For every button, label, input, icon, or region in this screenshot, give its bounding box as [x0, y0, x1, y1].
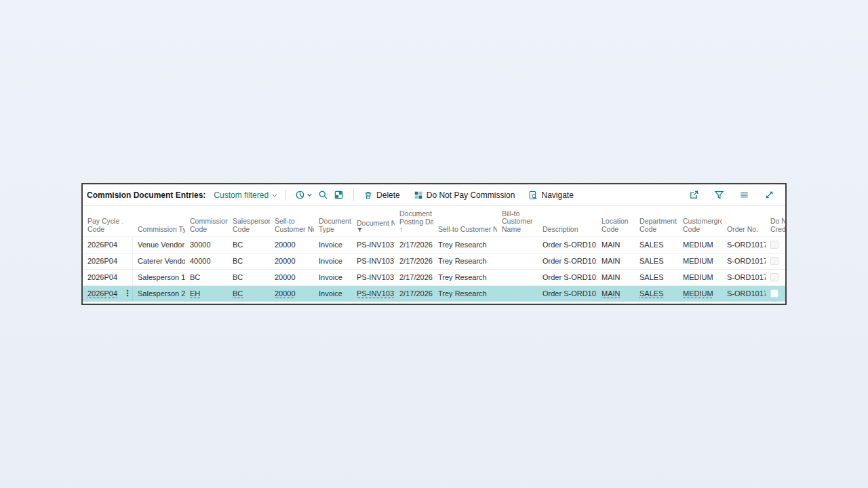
cell-sell-to-customer-name[interactable]: Trey Research: [433, 270, 497, 285]
cell-bill-to-customer-name[interactable]: [497, 286, 538, 302]
cell-sell-to-customer-no[interactable]: 20000: [270, 286, 314, 302]
cell-posting-date[interactable]: 2/17/2026: [395, 237, 433, 253]
cell-customergroup-code[interactable]: MEDIUM: [678, 286, 722, 302]
cell-commission-type[interactable]: Salesperson 2: [133, 286, 185, 302]
cell-posting-date[interactable]: 2/17/2026: [395, 286, 433, 302]
navigate-button[interactable]: Navigate: [526, 189, 576, 201]
cell-commission-code[interactable]: 30000: [185, 237, 228, 253]
cell-order-no[interactable]: S-ORD101734: [722, 270, 766, 285]
column-header-description[interactable]: Description: [538, 206, 597, 237]
column-header-do-not-credit[interactable]: Do Not Credit: [766, 206, 785, 237]
custom-filter-dropdown[interactable]: Custom filtered: [214, 190, 278, 200]
do-not-credit-checkbox[interactable]: [770, 257, 778, 265]
cell-description[interactable]: Order S-ORD101734: [538, 286, 597, 302]
column-header-bill-to-customer-name[interactable]: Bill-to Customer Name: [497, 206, 538, 237]
do-not-credit-checkbox[interactable]: [770, 273, 778, 281]
column-header-sell-to-customer-name[interactable]: Sell-to Customer Name: [433, 206, 497, 237]
cell-commission-code[interactable]: 40000: [185, 253, 228, 269]
cell-sell-to-customer-no[interactable]: 20000: [270, 237, 314, 253]
analyze-menu-button[interactable]: [292, 188, 315, 201]
column-header-commission-type[interactable]: Commission Type: [133, 206, 185, 237]
cell-salesperson-code[interactable]: BC: [228, 237, 270, 253]
do-not-credit-checkbox[interactable]: [770, 289, 778, 298]
cell-document-no[interactable]: PS-INV103740: [352, 270, 395, 285]
expand-button[interactable]: [762, 188, 777, 201]
cell-pay-cycle[interactable]: 2026P04: [83, 253, 123, 269]
cell-location-code[interactable]: MAIN: [597, 237, 635, 253]
cell-customergroup-code[interactable]: MEDIUM: [678, 237, 722, 253]
cell-bill-to-customer-name[interactable]: [497, 237, 538, 253]
column-header-sell-to-customer-no[interactable]: Sell-to Customer No.: [270, 206, 314, 237]
do-not-pay-commission-button[interactable]: Do Not Pay Commission: [411, 189, 518, 201]
column-header-posting-date[interactable]: Document Posting Date ↑: [395, 206, 433, 237]
panel-title: Commision Document Entries:: [87, 190, 205, 200]
cell-document-type[interactable]: Invoice: [314, 237, 352, 253]
tiles-button[interactable]: [331, 188, 347, 201]
column-header-document-type[interactable]: Document Type: [314, 206, 352, 237]
cell-document-type[interactable]: Invoice: [314, 270, 352, 285]
navigate-icon: [528, 190, 538, 200]
cell-customergroup-code[interactable]: MEDIUM: [678, 253, 722, 269]
cell-bill-to-customer-name[interactable]: [497, 253, 538, 269]
cell-customergroup-code[interactable]: MEDIUM: [678, 270, 722, 285]
cell-location-code[interactable]: MAIN: [597, 253, 635, 269]
cell-document-type[interactable]: Invoice: [314, 286, 352, 302]
cell-do-not-credit: [766, 270, 785, 285]
cell-pay-cycle[interactable]: 2026P04: [83, 270, 123, 285]
cell-order-no[interactable]: S-ORD101734: [722, 237, 766, 253]
cell-document-no[interactable]: PS-INV103740: [352, 237, 395, 253]
cell-description[interactable]: Order S-ORD101734: [538, 270, 597, 285]
cell-commission-type[interactable]: Salesperson 1: [133, 270, 185, 285]
column-header-order-no[interactable]: Order No.: [722, 206, 766, 237]
cell-salesperson-code[interactable]: BC: [228, 270, 270, 285]
column-header-location-code[interactable]: Location Code: [597, 206, 635, 237]
cell-location-code[interactable]: MAIN: [597, 286, 635, 302]
cell-document-no[interactable]: PS-INV103740: [352, 253, 395, 269]
column-header-document-no[interactable]: Document No.: [352, 206, 395, 237]
cell-department-code[interactable]: SALES: [635, 270, 678, 285]
cell-posting-date[interactable]: 2/17/2026: [395, 253, 433, 269]
sort-ascending-icon: ↑: [399, 226, 403, 233]
cell-sell-to-customer-name[interactable]: Trey Research: [433, 286, 497, 302]
column-header-customergroup-code[interactable]: Customergroup Code: [678, 206, 722, 237]
delete-label: Delete: [376, 190, 400, 200]
cell-sell-to-customer-no[interactable]: 20000: [270, 270, 314, 285]
cell-location-code[interactable]: MAIN: [597, 270, 635, 285]
cell-salesperson-code[interactable]: BC: [228, 253, 270, 269]
cell-description[interactable]: Order S-ORD101734: [538, 237, 597, 253]
cell-description[interactable]: Order S-ORD101734: [538, 253, 597, 269]
column-header-department-code[interactable]: Department Code: [635, 206, 678, 237]
cell-pay-cycle[interactable]: 2026P04: [83, 286, 123, 302]
cell-commission-type[interactable]: Caterer Vendor: [133, 253, 185, 269]
column-header-commission-code[interactable]: Commission Code: [185, 206, 228, 237]
toolbar-divider: [353, 190, 354, 201]
row-menu-icon[interactable]: ⋮: [123, 289, 132, 298]
expand-icon: [764, 190, 774, 200]
share-button[interactable]: [686, 188, 702, 201]
cell-pay-cycle[interactable]: 2026P04: [83, 237, 123, 253]
cell-sell-to-customer-no[interactable]: 20000: [270, 253, 314, 269]
cell-department-code[interactable]: SALES: [635, 286, 678, 302]
cell-sell-to-customer-name[interactable]: Trey Research: [433, 253, 497, 269]
cell-posting-date[interactable]: 2/17/2026: [395, 270, 433, 285]
cell-department-code[interactable]: SALES: [635, 253, 678, 269]
cell-order-no[interactable]: S-ORD101734: [722, 286, 766, 302]
cell-bill-to-customer-name[interactable]: [497, 270, 538, 285]
search-button[interactable]: [315, 188, 331, 201]
delete-button[interactable]: Delete: [361, 189, 403, 201]
cell-salesperson-code[interactable]: BC: [228, 286, 270, 302]
cell-document-type[interactable]: Invoice: [314, 253, 352, 269]
cell-commission-type[interactable]: Venue Vendor: [133, 237, 185, 253]
column-header-pay-cycle-code[interactable]: Pay Cycle Code: [83, 206, 123, 237]
do-not-credit-checkbox[interactable]: [770, 241, 778, 249]
cell-department-code[interactable]: SALES: [635, 237, 678, 253]
cell-sell-to-customer-name[interactable]: Trey Research: [433, 237, 497, 253]
cell-commission-code[interactable]: BC: [185, 270, 228, 285]
column-header-salesperson-code[interactable]: Salesperson Code: [228, 206, 270, 237]
list-view-button[interactable]: [736, 188, 752, 201]
cell-commission-code[interactable]: EH: [185, 286, 228, 302]
cell-order-no[interactable]: S-ORD101734: [722, 253, 766, 269]
filter-button[interactable]: [711, 188, 727, 201]
cell-document-no[interactable]: PS-INV103740: [352, 286, 395, 302]
cell-row-menu[interactable]: ⋮: [123, 286, 133, 302]
